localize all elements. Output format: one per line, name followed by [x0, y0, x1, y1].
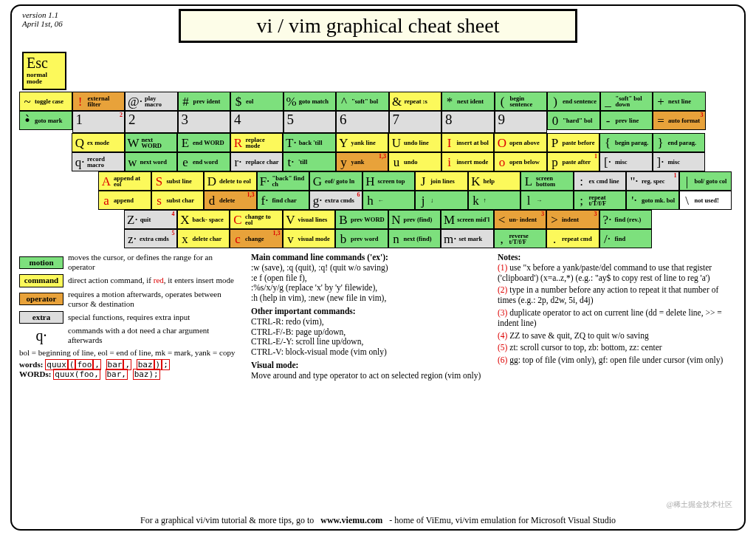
legend-swatch-motion: motion: [19, 256, 63, 269]
sheet-frame: version 1.1 April 1st, 06 vi / vim graph…: [10, 4, 746, 531]
key-b: bprev word: [335, 229, 388, 248]
key-: :ex cmd line: [574, 171, 627, 191]
number-key-5: 5: [284, 111, 337, 133]
key-Z: Z·quit4: [124, 210, 177, 229]
WORDs-example: quux(foo, bar, baz);: [53, 369, 159, 380]
key-H: Hscreen top: [362, 171, 416, 191]
date: April 1st, 06: [22, 19, 63, 28]
key-: >indent3: [546, 210, 599, 229]
key-: $eol: [230, 92, 284, 111]
key-q: q·record macro: [72, 152, 125, 171]
footer: For a graphical vi/vim tutorial & more t…: [12, 515, 744, 526]
key-: \not used!: [679, 191, 732, 210]
key-0: 0"hard" bol: [547, 111, 600, 130]
key-O: Oopen above: [494, 133, 547, 152]
visual-mode-text: Move around and type operator to act on …: [251, 371, 487, 381]
key-j: j↓: [415, 191, 468, 210]
key-C: Cchange to eol: [230, 210, 283, 229]
key-f: f·find char: [257, 191, 310, 210]
version-block: version 1.1 April 1st, 06: [22, 10, 63, 28]
key-: @·play macro: [125, 92, 178, 111]
ex-commands-heading: Main command line commands ('ex'):: [251, 253, 487, 263]
key-: /·find: [599, 229, 653, 248]
key-: ^"soft" bol: [336, 92, 389, 111]
number-key-1: 12: [72, 111, 126, 133]
key-G: Geof/ goto ln: [309, 171, 362, 191]
number-key-7: 7: [389, 111, 442, 133]
key-F: F·"back" find ch: [257, 171, 310, 191]
key-L: Lscreen bottom: [520, 171, 574, 191]
bottom-columns: motionmoves the cursor, or defines the r…: [19, 253, 737, 381]
number-key-4: 4: [230, 111, 284, 133]
other-commands-text: CTRL-R: redo (vim), CTRL-F/-B: page up/d…: [251, 317, 487, 358]
key-R: Rreplace mode: [230, 133, 284, 152]
key-J: Jjoin lines: [415, 171, 468, 191]
note-6: (6) gg: top of file (vim only), gf: open…: [498, 355, 737, 366]
key-D: Ddelete to eol: [204, 171, 257, 191]
key-: .repeat cmd: [546, 229, 599, 248]
key-A: Aappend at eol: [98, 171, 151, 191]
key-M: Mscreen mid'l: [441, 210, 494, 229]
key-: ;repeat t/T/f/F: [574, 191, 627, 210]
key-y: yyank1,3: [336, 152, 389, 171]
legend-text-operator: requires a motion afterwards, operates b…: [68, 290, 241, 309]
key-o: oopen below: [494, 152, 547, 171]
key-: +next line: [653, 92, 706, 111]
legend-swatch-operator: operator: [19, 293, 63, 305]
legend-text-motion: moves the cursor, or defines the range f…: [68, 253, 241, 272]
legend-swatch-extra: extra: [19, 311, 63, 324]
key-k: k↑: [468, 191, 521, 210]
key-: "·reg. spec1: [626, 171, 679, 191]
ex-commands-text: :w (save), :q (quit), :q! (quit w/o savi…: [251, 263, 487, 304]
number-key-2: 2: [125, 111, 178, 133]
note-4: (4) ZZ to save & quit, ZQ to quit w/o sa…: [498, 331, 737, 341]
key-K: Khelp: [468, 171, 521, 191]
key-g: g·extra cmds6: [309, 191, 362, 210]
key-W: Wnext WORD: [125, 133, 178, 152]
key-d: ddelete1,3: [204, 191, 257, 210]
key-Q: Qex mode: [72, 133, 125, 152]
WORDs-label: WORDs:: [19, 369, 51, 378]
key-s: ssubst char: [151, 191, 205, 210]
key-N: Nprev (find): [388, 210, 441, 229]
abbreviations: bol = beginning of line, eol = end of li…: [19, 348, 241, 358]
key-m: m·set mark: [441, 229, 494, 248]
page-title: vi / vim graphical cheat sheet: [179, 9, 577, 43]
key-: =auto format3: [653, 111, 706, 130]
key-: #prev ident: [178, 92, 231, 111]
key-v: vvisual mode: [283, 229, 336, 248]
key-: &repeat :s: [389, 92, 442, 111]
number-key-3: 3: [178, 111, 231, 133]
key-r: r·replace char: [230, 152, 284, 171]
key-V: Vvisual lines: [283, 210, 336, 229]
key-x: xdelete char: [177, 229, 230, 248]
key-U: Uundo line: [388, 133, 441, 152]
notes-column: Notes: (1) use "x before a yank/paste/de…: [498, 253, 737, 381]
key-: *next ident: [441, 92, 495, 111]
version: version 1.1: [22, 10, 63, 19]
key-X: Xback- space: [177, 210, 230, 229]
key-: }end parag.: [653, 133, 706, 152]
esc-key: Esc normal mode: [22, 52, 66, 90]
key-S: Ssubst line: [151, 171, 205, 191]
key-: !external filter: [72, 92, 126, 111]
key-z: z·extra cmds5: [124, 229, 177, 248]
key-a: aappend: [98, 191, 151, 210]
watermark: @稀土掘金技术社区: [667, 500, 732, 510]
words-example: quux(foo, bar, baz);: [45, 359, 170, 370]
key-l: l→: [520, 191, 574, 210]
esc-key-desc: normal mode: [27, 72, 62, 85]
key-: (begin sentence: [495, 92, 548, 111]
key-p: ppaste after1: [547, 152, 600, 171]
qdot-desc: commands with a dot need a char argument…: [68, 326, 241, 345]
key-: %goto match: [284, 92, 337, 111]
note-2: (2) type in a number before any action t…: [498, 285, 737, 306]
key-i: iinsert mode: [441, 152, 495, 171]
number-key-9: 9: [495, 111, 548, 133]
key-Y: Yyank line: [336, 133, 389, 152]
key-: {begin parag.: [599, 133, 653, 152]
number-key-6: 6: [336, 111, 389, 133]
key-T: T·back 'till: [283, 133, 336, 152]
commands-column: Main command line commands ('ex'): :w (s…: [251, 253, 487, 381]
key-t: t·'till: [283, 152, 336, 171]
